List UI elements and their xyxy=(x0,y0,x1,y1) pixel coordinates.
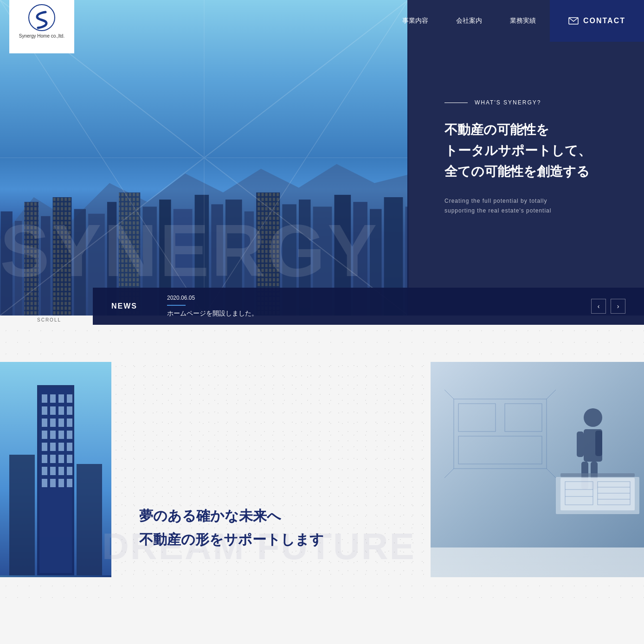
svg-rect-57 xyxy=(67,431,72,439)
svg-rect-70 xyxy=(42,479,47,487)
whats-synergy-label: WHAT'S SYNERGY? xyxy=(444,99,616,106)
svg-rect-69 xyxy=(67,467,72,475)
svg-rect-75 xyxy=(77,464,102,575)
logo-icon xyxy=(28,4,56,32)
svg-rect-45 xyxy=(67,394,72,403)
mail-icon xyxy=(568,17,579,25)
hero-text-panel: WHAT'S SYNERGY? 不動産の可能性を トータルサポートして、 全ての… xyxy=(407,0,644,316)
hero-sub-text: Creating the full potential by totally s… xyxy=(444,196,616,216)
svg-rect-51 xyxy=(50,419,56,427)
blueprint-svg xyxy=(431,362,644,547)
svg-rect-71 xyxy=(50,479,56,487)
building-svg xyxy=(0,362,111,575)
svg-rect-88 xyxy=(595,431,602,456)
nav-business[interactable]: 事業内容 xyxy=(388,17,442,25)
news-title: ホームページを開設しました。 xyxy=(167,309,573,318)
scroll-indicator: SCROLL xyxy=(37,317,61,325)
hero-sub-line2: supporting the real estate's potential xyxy=(444,207,551,214)
svg-rect-49 xyxy=(67,406,72,415)
blueprint-photo xyxy=(431,362,644,577)
contact-label: CONTACT xyxy=(583,17,625,25)
header: Synergy Home co.,ltd. 事業内容 会社案内 業務実績 CON… xyxy=(0,0,644,42)
svg-rect-48 xyxy=(58,406,64,415)
hero-line1: 不動産の可能性を xyxy=(444,122,549,137)
hero-main-text: 不動産の可能性を トータルサポートして、 全ての可能性を創造する xyxy=(444,120,616,182)
svg-rect-47 xyxy=(50,406,56,415)
svg-rect-61 xyxy=(67,443,72,451)
svg-rect-67 xyxy=(50,467,56,475)
svg-rect-42 xyxy=(42,394,47,403)
section2-blueprint-image xyxy=(431,362,644,577)
news-navigation: ‹ › xyxy=(591,299,625,314)
hero-section: WHAT'S SYNERGY? 不動産の可能性を トータルサポートして、 全ての… xyxy=(0,0,644,325)
contact-button[interactable]: CONTACT xyxy=(550,0,644,42)
dream-section: DREAM FUTURE 夢のある確かな未来へ 不動産の形をサポートします xyxy=(0,325,644,605)
logo-text: Synergy Home co.,ltd. xyxy=(19,33,64,39)
hero-line3: 全ての可能性を創造する xyxy=(444,164,590,179)
svg-rect-50 xyxy=(42,419,47,427)
hero-sub-line1: Creating the full potential by totally xyxy=(444,198,547,204)
svg-rect-65 xyxy=(67,455,72,463)
news-label: NEWS xyxy=(111,302,148,310)
svg-rect-74 xyxy=(9,455,35,575)
svg-rect-73 xyxy=(67,479,72,487)
section2-building-image xyxy=(0,362,111,577)
svg-rect-59 xyxy=(50,443,56,451)
nav-results[interactable]: 業務実績 xyxy=(496,17,550,25)
svg-rect-72 xyxy=(58,479,64,487)
building-photo xyxy=(0,362,111,577)
section2-heading: 夢のある確かな未来へ 不動産の形をサポートします xyxy=(139,507,403,549)
section2-heading1: 夢のある確かな未来へ xyxy=(139,507,403,526)
news-date-line xyxy=(167,305,186,306)
svg-rect-55 xyxy=(50,431,56,439)
svg-rect-64 xyxy=(58,455,64,463)
news-bar: NEWS 2020.06.05 ホームページを開設しました。 ‹ › xyxy=(93,288,644,325)
svg-rect-76 xyxy=(431,362,644,547)
svg-rect-54 xyxy=(42,431,47,439)
main-nav: 事業内容 会社案内 業務実績 CONTACT xyxy=(388,0,644,42)
svg-rect-63 xyxy=(50,455,56,463)
section2-grid: DREAM FUTURE 夢のある確かな未来へ 不動産の形をサポートします xyxy=(0,362,644,577)
news-content: 2020.06.05 ホームページを開設しました。 xyxy=(167,295,573,318)
svg-rect-56 xyxy=(58,431,64,439)
svg-point-85 xyxy=(584,408,602,427)
svg-rect-60 xyxy=(58,443,64,451)
section2-heading2: 不動産の形をサポートします xyxy=(139,530,403,549)
news-prev-button[interactable]: ‹ xyxy=(591,299,606,314)
logo-area: Synergy Home co.,ltd. xyxy=(9,0,74,53)
svg-rect-46 xyxy=(42,406,47,415)
svg-rect-53 xyxy=(67,419,72,427)
section2-text-area: DREAM FUTURE 夢のある確かな未来へ 不動産の形をサポートします xyxy=(111,362,431,577)
svg-rect-68 xyxy=(58,467,64,475)
news-date: 2020.06.05 xyxy=(167,295,573,301)
svg-rect-58 xyxy=(42,443,47,451)
scroll-label: SCROLL xyxy=(37,317,61,322)
news-next-button[interactable]: › xyxy=(611,299,625,314)
hero-line2: トータルサポートして、 xyxy=(444,143,591,158)
svg-rect-66 xyxy=(42,467,47,475)
svg-rect-44 xyxy=(58,394,64,403)
svg-rect-52 xyxy=(58,419,64,427)
whats-line xyxy=(444,103,468,103)
svg-rect-87 xyxy=(577,431,584,457)
svg-rect-43 xyxy=(50,394,56,403)
svg-rect-91 xyxy=(560,473,635,477)
svg-rect-62 xyxy=(42,455,47,463)
nav-about[interactable]: 会社案内 xyxy=(442,17,496,25)
whats-synergy-text: WHAT'S SYNERGY? xyxy=(475,99,541,106)
